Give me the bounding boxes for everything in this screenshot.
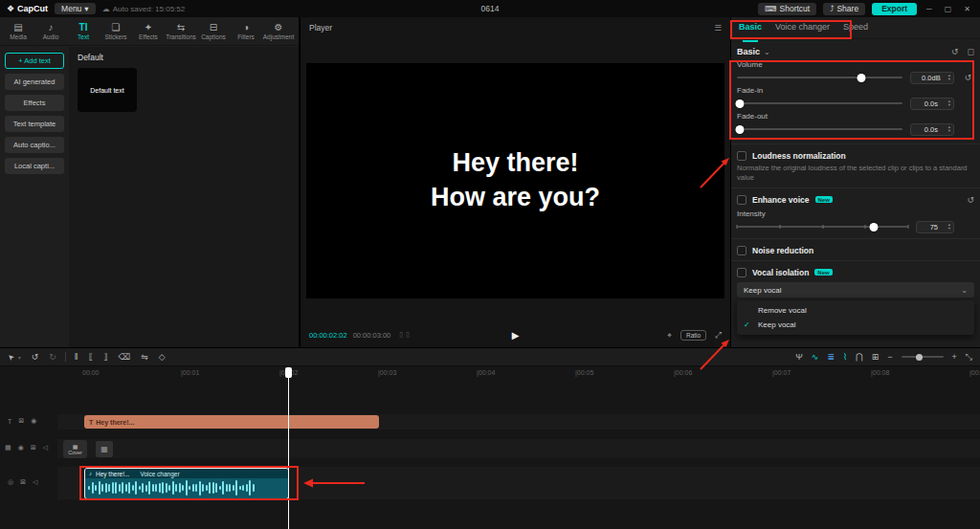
eye-icon[interactable]: ◉ (18, 444, 24, 452)
intensity-slider[interactable] (737, 226, 908, 228)
export-button[interactable]: Export (872, 3, 917, 15)
sidebar-item-text-template[interactable]: Text template (5, 116, 64, 132)
sidebar-item-ai-generated[interactable]: AI generated (5, 74, 64, 90)
enhance-reset-icon[interactable]: ↺ (967, 195, 974, 205)
stepper-down-icon[interactable]: ▾ (948, 227, 950, 231)
snapping-icon[interactable]: ⊞ (872, 352, 880, 362)
zoom-in-icon[interactable]: + (952, 352, 957, 362)
stepper-down-icon[interactable]: ▾ (948, 77, 950, 81)
volume-slider-knob[interactable] (857, 74, 865, 82)
marker-icon-a[interactable]: ▯ (399, 331, 403, 339)
close-button[interactable]: ✕ (961, 5, 973, 13)
intensity-slider-knob[interactable] (870, 223, 879, 231)
tool-effects[interactable]: ✦Effects (132, 22, 165, 40)
menu-item-remove-vocal[interactable]: Remove vocal (737, 303, 974, 318)
menu-item-keep-vocal[interactable]: ✓ Keep vocal (737, 318, 974, 332)
intensity-value-field[interactable]: 75 ▴▾ (916, 221, 954, 233)
sidebar-item-effects[interactable]: Effects (5, 95, 64, 111)
shortcut-button[interactable]: ⌨ Shortcut (758, 3, 816, 15)
text-track-toggle-icon[interactable]: ≣ (827, 352, 835, 362)
volume-slider[interactable] (737, 77, 902, 78)
vocal-isolation-checkbox[interactable] (737, 268, 746, 277)
audio-waveform (85, 478, 288, 497)
lock-icon[interactable]: ⊠ (31, 444, 36, 452)
fade-out-value-field[interactable]: 0.0s ▴▾ (910, 123, 954, 136)
share-button[interactable]: ⤴ Share (823, 3, 865, 15)
timeline-zoom-knob[interactable] (916, 354, 923, 361)
ratio-button[interactable]: Ratio (680, 330, 706, 341)
stepper-down-icon[interactable]: ▾ (948, 129, 950, 133)
select-tool-icon[interactable]: ➤ (6, 351, 16, 362)
timeline-zoom-slider[interactable] (902, 356, 944, 358)
text-clip[interactable]: T Hey there!... (84, 415, 379, 429)
redo-icon[interactable]: ↻ (49, 352, 56, 362)
split-icon[interactable]: ‖ (75, 352, 78, 362)
sidebar-item-local-captions[interactable]: Local capti... (5, 158, 64, 174)
volume-reset-icon[interactable]: ↺ (962, 73, 974, 82)
default-text-tile[interactable]: Default text (78, 68, 137, 112)
basic-section-header[interactable]: Basic ⌄ ↺ ◻ (737, 45, 974, 58)
mute-icon[interactable]: ◁ (33, 478, 37, 486)
mute-icon[interactable]: ◁ (43, 444, 48, 452)
undo-icon[interactable]: ↺ (32, 352, 39, 362)
tool-text[interactable]: TIText (67, 22, 100, 40)
cover-button[interactable]: ▦ Cover (63, 440, 87, 458)
delete-icon[interactable]: ⌫ (118, 352, 130, 362)
tab-basic[interactable]: Basic (739, 22, 762, 38)
stepper-down-icon[interactable]: ▾ (948, 103, 950, 107)
vocal-isolation-select[interactable]: Keep vocal ⌄ (737, 282, 974, 298)
enhance-voice-checkbox[interactable] (737, 195, 746, 205)
preview-text[interactable]: Hey there! How are you? (431, 146, 600, 213)
play-button[interactable]: ▶ (512, 330, 520, 341)
effects-icon: ✦ (145, 22, 152, 33)
tool-stickers[interactable]: ❏Stickers (100, 22, 132, 40)
record-voiceover-icon[interactable]: Ψ (795, 352, 803, 362)
video-clip-chip[interactable]: ▦ (96, 441, 113, 457)
section-reset-icon[interactable]: ↺ (951, 47, 959, 56)
mask-icon[interactable]: ◇ (159, 352, 166, 362)
marker-icon-b[interactable]: ▯ (406, 331, 410, 339)
noise-reduction-checkbox[interactable] (737, 246, 746, 255)
sidebar-item-auto-captions[interactable]: Auto captio... (5, 137, 64, 153)
fade-in-value-field[interactable]: 0.0s ▴▾ (910, 98, 954, 110)
eye-icon[interactable]: ◉ (31, 417, 36, 425)
loudness-checkbox[interactable] (737, 151, 746, 161)
volume-value-field[interactable]: 0.0dB ▴▾ (910, 72, 954, 84)
menu-button[interactable]: Menu ▾ (55, 3, 96, 14)
lock-icon[interactable]: ⊠ (20, 478, 26, 486)
tool-media[interactable]: ▤Media (2, 22, 34, 40)
mirror-icon[interactable]: ⇋ (141, 352, 148, 362)
minimize-button[interactable]: ─ (924, 5, 935, 13)
fade-out-slider[interactable] (737, 128, 902, 130)
fit-preview-icon[interactable]: ⌖ (667, 330, 672, 341)
fade-in-slider-knob[interactable] (736, 99, 745, 108)
fade-in-slider[interactable] (737, 102, 902, 104)
fullscreen-icon[interactable]: ⤢ (715, 330, 722, 341)
video-canvas[interactable]: Hey there! How are you? (306, 63, 724, 298)
tool-captions[interactable]: ⊟Captions (197, 22, 230, 40)
trim-left-icon[interactable]: ⟦ (89, 352, 93, 362)
waveform-bar (115, 482, 117, 494)
video-track-toggle-icon[interactable]: ⌇ (843, 352, 847, 362)
audio-track-toggle-icon[interactable]: ∿ (812, 352, 819, 362)
tool-audio[interactable]: ♪Audio (34, 22, 67, 40)
fit-timeline-icon[interactable]: ⤡ (966, 352, 972, 363)
tool-filters[interactable]: ◑Filters (230, 22, 262, 40)
playhead-line (288, 367, 289, 529)
select-tool-caret-icon[interactable]: ▾ (18, 354, 21, 361)
zoom-out-icon[interactable]: − (887, 352, 892, 362)
tool-transitions[interactable]: ⇆Transitions (165, 22, 197, 40)
section-more-icon[interactable]: ◻ (968, 47, 974, 56)
tool-adjustment[interactable]: ⚙Adjustment (262, 22, 295, 40)
audio-clip-selected[interactable]: ♪ Hey there!... Voice changer (84, 468, 289, 499)
player-menu-icon[interactable]: ☰ (714, 23, 722, 33)
tab-voice-changer[interactable]: Voice changer (775, 22, 830, 38)
lock-icon[interactable]: ⊠ (18, 417, 24, 425)
trim-right-icon[interactable]: ⟧ (103, 352, 107, 362)
maximize-button[interactable]: ▢ (942, 5, 955, 13)
magnet-icon[interactable]: ⋂ (856, 352, 862, 362)
tab-speed[interactable]: Speed (843, 22, 868, 38)
fade-out-slider-knob[interactable] (736, 125, 745, 134)
timeline-ruler[interactable]: 00:00 |00:01 |00:02 |00:03 |00:04 |00:05… (0, 366, 980, 380)
sidebar-item-add-text[interactable]: + Add text (5, 53, 64, 69)
